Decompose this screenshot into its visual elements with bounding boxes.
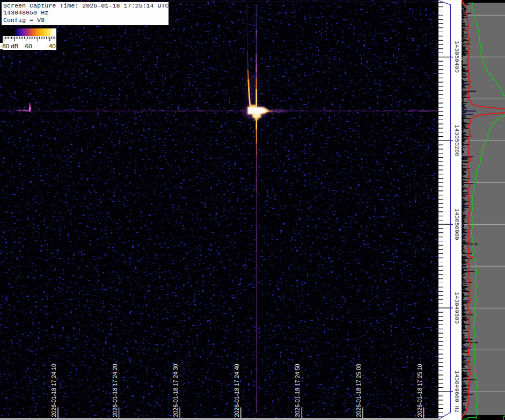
svg-text:143050400: 143050400 — [453, 41, 460, 72]
svg-text:143050000: 143050000 — [453, 208, 460, 240]
svg-text:143049800: 143049800 — [453, 292, 460, 323]
svg-text:143049600 Hz: 143049600 Hz — [453, 370, 460, 412]
svg-text:2026-01-18 17:25:10: 2026-01-18 17:25:10 — [416, 364, 423, 417]
svg-text:2026-01-18 17:24:50: 2026-01-18 17:24:50 — [294, 364, 301, 417]
svg-text:2026-01-18 17:24:40: 2026-01-18 17:24:40 — [233, 364, 240, 417]
svg-text:2026-01-18 17:24:10: 2026-01-18 17:24:10 — [50, 364, 57, 417]
svg-text:2026-01-18 17:24:20: 2026-01-18 17:24:20 — [112, 364, 118, 417]
svg-text:2026-01-18 17:24:30: 2026-01-18 17:24:30 — [172, 364, 179, 417]
svg-text:143050200: 143050200 — [453, 124, 460, 156]
svg-text:2026-01-18 17:25:00: 2026-01-18 17:25:00 — [355, 364, 362, 417]
